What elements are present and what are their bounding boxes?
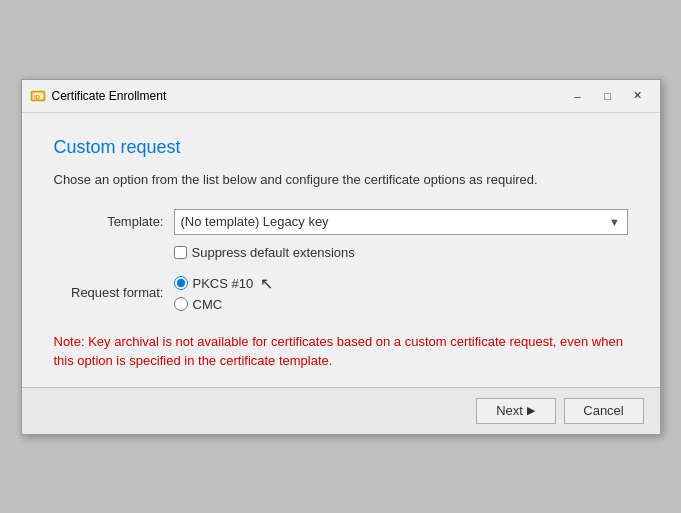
main-window: ID Certificate Enrollment – □ ✕ Custom r… <box>21 79 661 435</box>
cmc-label[interactable]: CMC <box>193 297 223 312</box>
svg-text:ID: ID <box>34 94 41 100</box>
cmc-radio[interactable] <box>174 297 188 311</box>
request-format-control: PKCS #10 ↖ CMC <box>174 274 628 312</box>
window-icon: ID <box>30 88 46 104</box>
pkcs-radio-row: PKCS #10 ↖ <box>174 274 628 293</box>
minimize-button[interactable]: – <box>564 86 592 106</box>
request-format-row: Request format: PKCS #10 ↖ CMC <box>54 274 628 312</box>
maximize-button[interactable]: □ <box>594 86 622 106</box>
pkcs-radio[interactable] <box>174 276 188 290</box>
dropdown-arrow-icon[interactable]: ▼ <box>603 210 627 234</box>
suppress-row: Suppress default extensions <box>174 245 628 260</box>
next-arrow-icon: ▶ <box>527 404 535 417</box>
template-control: (No template) Legacy key ▼ <box>174 209 628 235</box>
pkcs-label[interactable]: PKCS #10 <box>193 276 254 291</box>
template-dropdown[interactable]: (No template) Legacy key ▼ <box>174 209 628 235</box>
cursor-icon: ↖ <box>260 274 273 293</box>
note-box: Note: Key archival is not available for … <box>54 332 628 371</box>
title-bar: ID Certificate Enrollment – □ ✕ <box>22 80 660 113</box>
window-controls: – □ ✕ <box>564 86 652 106</box>
close-button[interactable]: ✕ <box>624 86 652 106</box>
suppress-label[interactable]: Suppress default extensions <box>192 245 355 260</box>
footer: Next ▶ Cancel <box>22 387 660 434</box>
main-content: Custom request Chose an option from the … <box>22 113 660 387</box>
request-format-label: Request format: <box>54 285 174 300</box>
page-description: Chose an option from the list below and … <box>54 172 628 187</box>
next-button[interactable]: Next ▶ <box>476 398 556 424</box>
suppress-checkbox[interactable] <box>174 246 187 259</box>
cancel-button[interactable]: Cancel <box>564 398 644 424</box>
next-label: Next <box>496 403 523 418</box>
page-title: Custom request <box>54 137 628 158</box>
cmc-radio-row: CMC <box>174 297 628 312</box>
note-text: Note: Key archival is not available for … <box>54 332 628 371</box>
template-value: (No template) Legacy key <box>175 210 603 234</box>
template-label: Template: <box>54 214 174 229</box>
template-row: Template: (No template) Legacy key ▼ <box>54 209 628 235</box>
window-title: Certificate Enrollment <box>52 89 564 103</box>
